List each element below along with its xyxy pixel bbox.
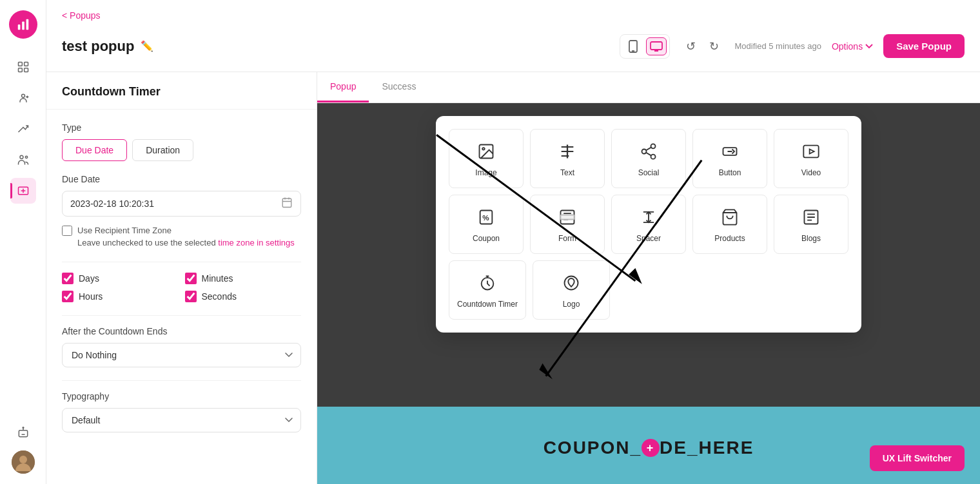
svg-rect-17	[282, 198, 291, 208]
app-logo[interactable]	[9, 10, 37, 39]
redo-button[interactable]: ↻	[703, 36, 724, 57]
hours-checkbox-item: Hours	[62, 291, 179, 302]
widget-form[interactable]: Form	[530, 195, 605, 254]
timezone-note: Leave unchecked to use the selected time…	[77, 238, 295, 247]
widget-blogs[interactable]: Blogs	[774, 195, 848, 254]
type-duration-button[interactable]: Duration	[132, 139, 193, 161]
svg-rect-27	[561, 215, 574, 220]
left-panel-title: Countdown Timer	[62, 85, 301, 99]
svg-text:%: %	[482, 213, 489, 222]
calendar-icon[interactable]	[281, 197, 293, 211]
canvas-area: Popup Success	[317, 72, 980, 484]
header-actions: ↺ ↻ Modified 5 minutes ago Options Save …	[620, 34, 965, 59]
widget-products[interactable]: Products	[692, 195, 767, 254]
svg-rect-11	[19, 431, 27, 437]
canvas-tabs: Popup Success	[317, 72, 980, 103]
tab-success[interactable]: Success	[369, 72, 429, 102]
title-row: test popup ✏️	[62, 21, 965, 72]
user-avatar[interactable]	[12, 450, 35, 474]
days-checkbox-item: Days	[62, 273, 179, 284]
widget-video[interactable]: Video	[774, 129, 848, 188]
svg-point-8	[20, 155, 23, 159]
top-header: < Popups test popup ✏️	[46, 0, 980, 72]
device-toggle	[620, 34, 670, 59]
widget-countdown-label: Countdown Timer	[457, 300, 518, 309]
type-due-date-button[interactable]: Due Date	[62, 139, 127, 161]
countdown-icon	[476, 271, 499, 295]
seconds-checkbox[interactable]	[185, 291, 197, 302]
mobile-view-button[interactable]	[623, 37, 643, 55]
svg-point-19	[482, 148, 485, 150]
sidebar-item-audience[interactable]	[10, 147, 36, 173]
sidebar-item-analytics[interactable]	[10, 54, 36, 80]
svg-rect-2	[26, 19, 28, 30]
coupon-text-part1: COUPON_	[544, 438, 642, 458]
widget-spacer[interactable]: Spacer	[611, 195, 686, 254]
timezone-link[interactable]: time zone in settings	[218, 238, 295, 247]
widget-image[interactable]: Image	[449, 129, 524, 188]
typography-select[interactable]: Default	[62, 408, 301, 432]
after-countdown-section: After the Countdown Ends Do Nothing	[62, 326, 301, 367]
svg-point-7	[21, 94, 24, 97]
widget-video-label: Video	[801, 168, 821, 177]
widget-image-label: Image	[475, 168, 496, 177]
minutes-checkbox[interactable]	[185, 273, 197, 284]
widget-countdown[interactable]: Countdown Timer	[449, 260, 526, 320]
timezone-label: Use Recipient Time Zone	[77, 226, 172, 235]
svg-rect-0	[17, 24, 20, 30]
sidebar-item-campaigns[interactable]	[10, 116, 36, 142]
modified-status: Modified 5 minutes ago	[734, 41, 821, 51]
undo-button[interactable]: ↺	[680, 36, 701, 57]
edit-title-icon[interactable]: ✏️	[141, 40, 153, 52]
tab-popup[interactable]: Popup	[317, 72, 369, 102]
coupon-text: COUPON_ + DE_HERE	[544, 438, 754, 458]
widget-spacer-label: Spacer	[636, 234, 661, 243]
sidebar-item-templates[interactable]	[10, 85, 36, 111]
svg-point-20	[651, 144, 656, 148]
date-input-row	[62, 191, 301, 217]
spacer-icon	[637, 206, 660, 229]
time-units-section: Days Minutes Hours Seconds	[62, 273, 301, 302]
date-input[interactable]	[70, 198, 281, 209]
widget-logo[interactable]: Logo	[533, 260, 610, 320]
timezone-checkbox[interactable]	[62, 226, 72, 236]
due-date-label: Due Date	[62, 174, 301, 184]
widget-grid-row3: Countdown Timer Logo	[449, 260, 848, 320]
sidebar-item-bot[interactable]	[10, 420, 36, 445]
ux-lift-switcher-button[interactable]: UX Lift Switcher	[870, 445, 965, 471]
widget-products-label: Products	[714, 234, 745, 243]
time-units-grid: Days Minutes Hours Seconds	[62, 273, 301, 302]
widget-text-label: Text	[560, 168, 574, 177]
widget-social-label: Social	[638, 168, 660, 177]
widget-social[interactable]: Social	[611, 129, 686, 188]
hours-checkbox[interactable]	[62, 291, 74, 302]
content-area: Countdown Timer Type Due Date Duration D…	[46, 72, 980, 484]
widget-form-label: Form	[558, 234, 576, 243]
typography-section: Typography Default	[62, 391, 301, 432]
days-checkbox[interactable]	[62, 273, 74, 284]
undo-redo-controls: ↺ ↻	[680, 36, 724, 57]
left-panel-body: Type Due Date Duration Due Date	[46, 110, 317, 458]
coupon-plus-icon[interactable]: +	[642, 439, 660, 457]
sidebar-item-popup-editor[interactable]	[10, 178, 36, 204]
svg-rect-1	[22, 21, 24, 30]
svg-point-21	[642, 150, 647, 154]
desktop-view-button[interactable]	[646, 37, 667, 55]
save-popup-button[interactable]: Save Popup	[883, 34, 965, 58]
widget-button[interactable]: Button	[692, 129, 767, 188]
svg-point-12	[23, 427, 24, 429]
svg-rect-3	[18, 63, 22, 66]
widget-text[interactable]: Text	[530, 129, 605, 188]
sidebar-nav	[0, 0, 46, 484]
breadcrumb-back[interactable]: < Popups	[62, 10, 101, 21]
after-countdown-label: After the Countdown Ends	[62, 326, 301, 336]
seconds-label: Seconds	[202, 291, 237, 302]
svg-rect-16	[651, 42, 662, 50]
logo-icon	[560, 271, 583, 295]
video-icon	[799, 140, 823, 163]
after-countdown-select[interactable]: Do Nothing	[62, 343, 301, 367]
minutes-label: Minutes	[202, 273, 233, 284]
options-button[interactable]: Options	[832, 41, 873, 52]
widget-coupon[interactable]: % Coupon	[449, 195, 524, 254]
svg-point-9	[25, 156, 27, 158]
